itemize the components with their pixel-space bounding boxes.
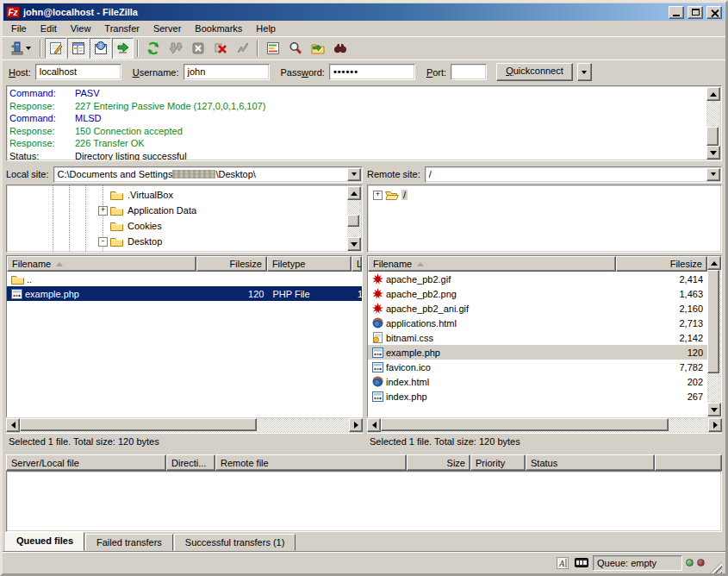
scroll-right-button[interactable]	[349, 418, 363, 432]
column-header-filesize[interactable]: Filesize	[616, 256, 707, 272]
column-header-priority[interactable]: Priority	[470, 454, 526, 471]
scroll-up-button[interactable]	[707, 256, 721, 270]
menu-file[interactable]: File	[4, 22, 34, 35]
scrollbar-thumb[interactable]	[707, 270, 719, 373]
search-button[interactable]	[329, 38, 351, 59]
column-header-direction[interactable]: Directi...	[166, 454, 215, 471]
site-manager-dropdown-icon[interactable]	[26, 47, 31, 50]
menu-view[interactable]: View	[64, 22, 98, 35]
scrollbar-thumb[interactable]	[347, 215, 359, 227]
tree-item-root[interactable]: + /	[371, 187, 706, 203]
arrow-down-icon	[351, 242, 358, 247]
remote-path-combo[interactable]: /	[425, 166, 722, 183]
local-path-combo[interactable]: C:\Documents and Settings\Desktop\	[53, 166, 363, 183]
expand-icon[interactable]: +	[373, 191, 383, 200]
tab-successful-transfers[interactable]: Successful transfers (1)	[174, 534, 296, 551]
scroll-down-button[interactable]	[707, 403, 721, 416]
scrollbar-track[interactable]	[20, 418, 349, 433]
scrollbar-thumb[interactable]	[706, 127, 719, 146]
username-input[interactable]: john	[184, 64, 270, 80]
file-row[interactable]: applications.html 2,713	[368, 316, 707, 330]
synchronized-browsing-button[interactable]	[307, 38, 328, 59]
cancel-operation-button[interactable]	[187, 38, 208, 59]
expand-icon[interactable]: +	[98, 206, 108, 216]
file-row[interactable]: bitnami.css 2,142	[368, 330, 707, 345]
scroll-down-button[interactable]	[347, 237, 361, 251]
directory-comparison-button[interactable]	[232, 38, 253, 59]
filename-filters-button[interactable]	[262, 38, 283, 59]
column-header-filename[interactable]: Filename	[7, 256, 196, 272]
log-scrollbar[interactable]	[706, 87, 720, 160]
toggle-queue-button[interactable]	[112, 38, 134, 59]
site-manager-button[interactable]	[5, 38, 36, 59]
delete-button[interactable]	[209, 38, 231, 59]
tree-item-desktop[interactable]: - Desktop	[7, 234, 346, 249]
minimize-button[interactable]	[669, 6, 684, 19]
column-header-filesize[interactable]: Filesize	[196, 256, 266, 272]
file-row[interactable]: index.php 267	[368, 389, 707, 404]
toggle-remote-tree-button[interactable]	[90, 38, 111, 59]
file-row-example-php[interactable]: example.php 120 PHP File 1	[7, 286, 362, 301]
collapse-icon[interactable]: -	[98, 237, 108, 247]
scroll-up-button[interactable]	[706, 87, 720, 101]
menu-help[interactable]: Help	[249, 22, 283, 35]
column-header-size[interactable]: Size	[407, 454, 470, 471]
tab-queued-files[interactable]: Queued files	[5, 532, 84, 551]
scroll-up-button[interactable]	[347, 186, 361, 200]
filezilla-logo-icon[interactable]: Fz	[6, 6, 20, 18]
scrollbar-thumb[interactable]	[381, 418, 669, 431]
maximize-button[interactable]	[688, 6, 703, 19]
column-header-filename[interactable]: Filename	[368, 256, 616, 272]
menu-edit[interactable]: Edit	[34, 22, 64, 35]
scroll-right-button[interactable]	[708, 418, 722, 432]
toggle-local-tree-button[interactable]	[67, 38, 89, 59]
toggle-log-button[interactable]	[45, 38, 66, 59]
file-row-selected[interactable]: example.php 120	[368, 345, 707, 360]
local-path-dropdown-button[interactable]	[347, 168, 361, 181]
tree-item-application-data[interactable]: + Application Data	[7, 203, 346, 218]
scroll-down-button[interactable]	[706, 146, 720, 160]
file-row-parent-dir[interactable]: ..	[7, 272, 362, 286]
scrollbar-track[interactable]	[706, 101, 720, 146]
remote-horizontal-scrollbar[interactable]	[367, 418, 722, 433]
scrollbar-track[interactable]	[381, 418, 708, 433]
password-input[interactable]: ••••••	[329, 64, 415, 80]
column-header-status[interactable]: Status	[526, 454, 655, 471]
port-input[interactable]	[451, 64, 487, 80]
refresh-button[interactable]	[142, 38, 164, 59]
find-files-button[interactable]	[284, 38, 306, 59]
scroll-left-button[interactable]	[6, 418, 20, 432]
scrollbar-track[interactable]	[347, 200, 361, 237]
resize-grip[interactable]	[710, 561, 722, 573]
host-input[interactable]: localhost	[35, 64, 121, 80]
quickconnect-dropdown-button[interactable]	[577, 63, 592, 81]
local-horizontal-scrollbar[interactable]	[6, 418, 363, 433]
quickconnect-button[interactable]: Quickconnect	[496, 63, 573, 81]
chevron-down-icon	[352, 172, 357, 176]
file-row[interactable]: favicon.ico 7,782	[368, 360, 707, 374]
tab-failed-transfers[interactable]: Failed transfers	[85, 534, 173, 551]
tree-item-virtualbox[interactable]: .VirtualBox	[7, 187, 346, 203]
scrollbar-track[interactable]	[707, 270, 721, 403]
file-row[interactable]: apache_pb2.gif 2,414	[368, 272, 707, 286]
speed-limits-icon[interactable]	[574, 556, 589, 570]
remote-list-scrollbar[interactable]	[707, 256, 721, 416]
menu-transfer[interactable]: Transfer	[97, 22, 146, 35]
menu-bookmarks[interactable]: Bookmarks	[188, 22, 249, 35]
file-row[interactable]: apache_pb2_ani.gif 2,160	[368, 301, 707, 316]
column-header-modified[interactable]: L	[352, 256, 362, 272]
tree-item-cookies[interactable]: Cookies	[7, 218, 346, 234]
local-tree-scrollbar[interactable]	[347, 186, 361, 251]
column-header-server-local-file[interactable]: Server/Local file	[6, 454, 166, 471]
remote-path-dropdown-button[interactable]	[706, 168, 720, 181]
column-header-remote-file[interactable]: Remote file	[215, 454, 407, 471]
process-queue-button[interactable]	[165, 38, 186, 59]
file-row[interactable]: apache_pb2.png 1,463	[368, 286, 707, 301]
menu-server[interactable]: Server	[146, 22, 188, 35]
scrollbar-thumb[interactable]	[20, 418, 257, 431]
data-type-icon[interactable]: A	[555, 556, 570, 570]
close-button[interactable]	[706, 6, 722, 19]
column-header-filetype[interactable]: Filetype	[267, 256, 352, 272]
file-row[interactable]: index.html 202	[368, 374, 707, 389]
scroll-left-button[interactable]	[367, 418, 381, 432]
